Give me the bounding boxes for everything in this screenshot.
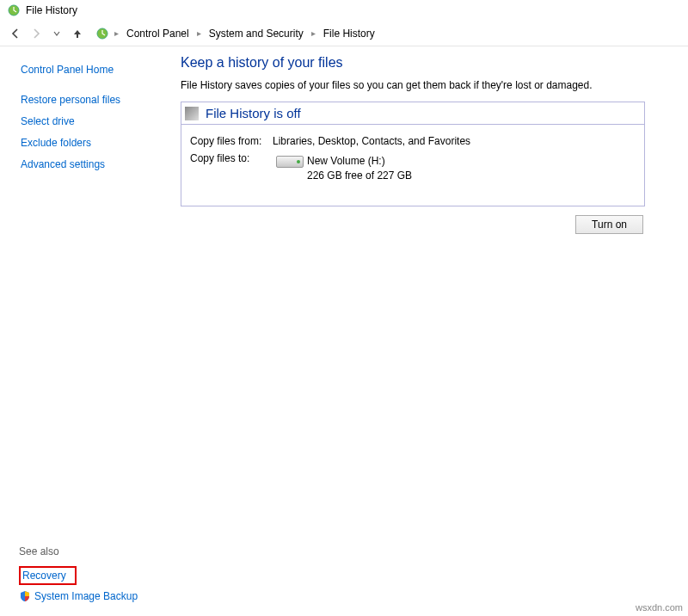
recovery-link[interactable]: Recovery [22, 570, 66, 582]
drive-space: 226 GB free of 227 GB [307, 169, 412, 183]
breadcrumb-control-panel[interactable]: Control Panel [123, 26, 193, 41]
forward-button[interactable] [28, 25, 45, 42]
file-history-icon [7, 3, 21, 17]
page-description: File History saves copies of your files … [181, 79, 645, 91]
status-header: File History is off [181, 102, 644, 125]
sidebar-advanced-settings[interactable]: Advanced settings [21, 158, 172, 170]
back-button[interactable] [7, 25, 24, 42]
copy-from-row: Copy files from: Libraries, Desktop, Con… [190, 135, 636, 147]
copy-from-label: Copy files from: [190, 135, 273, 147]
chevron-right-icon[interactable]: ▸ [195, 28, 203, 38]
sidebar-home[interactable]: Control Panel Home [21, 64, 172, 76]
up-button[interactable] [69, 25, 86, 42]
control-panel-icon[interactable] [95, 26, 110, 41]
title-bar: File History [0, 0, 688, 21]
copy-from-value: Libraries, Desktop, Contacts, and Favori… [273, 135, 636, 147]
sidebar-restore-files[interactable]: Restore personal files [21, 94, 172, 106]
drive-icon [273, 154, 307, 168]
drive-info: New Volume (H:) 226 GB free of 227 GB [273, 154, 412, 183]
drive-name: New Volume (H:) [307, 154, 412, 169]
content-area: Control Panel Home Restore personal file… [0, 46, 688, 547]
breadcrumb: ▸ Control Panel ▸ System and Security ▸ … [95, 26, 378, 41]
status-title: File History is off [206, 106, 301, 120]
status-box: File History is off Copy files from: Lib… [181, 102, 645, 206]
recent-dropdown[interactable] [48, 25, 65, 42]
main-panel: Keep a history of your files File Histor… [172, 55, 688, 547]
shield-icon [19, 590, 31, 602]
sidebar-exclude-folders[interactable]: Exclude folders [21, 137, 172, 149]
window-title: File History [26, 4, 77, 16]
see-also-section: See also Recovery System Image Backup [19, 545, 138, 609]
watermark: wsxdn.com [636, 602, 683, 613]
sidebar: Control Panel Home Restore personal file… [0, 55, 172, 547]
status-body: Copy files from: Libraries, Desktop, Con… [181, 125, 644, 206]
chevron-right-icon[interactable]: ▸ [113, 28, 120, 38]
sidebar-select-drive[interactable]: Select drive [21, 115, 172, 127]
system-image-label: System Image Backup [34, 590, 138, 602]
copy-to-row: Copy files to: New Volume (H:) 226 GB fr… [190, 152, 636, 183]
off-status-icon [185, 107, 199, 120]
action-row: Turn on [181, 215, 645, 234]
copy-to-label: Copy files to: [190, 152, 273, 183]
breadcrumb-file-history[interactable]: File History [320, 26, 378, 41]
page-title: Keep a history of your files [181, 55, 645, 71]
system-image-backup-link[interactable]: System Image Backup [19, 590, 138, 602]
see-also-label: See also [19, 545, 138, 557]
breadcrumb-system-security[interactable]: System and Security [206, 26, 307, 41]
turn-on-button[interactable]: Turn on [575, 215, 643, 234]
nav-bar: ▸ Control Panel ▸ System and Security ▸ … [0, 21, 688, 46]
recovery-highlight: Recovery [19, 566, 77, 585]
chevron-right-icon[interactable]: ▸ [310, 28, 317, 38]
